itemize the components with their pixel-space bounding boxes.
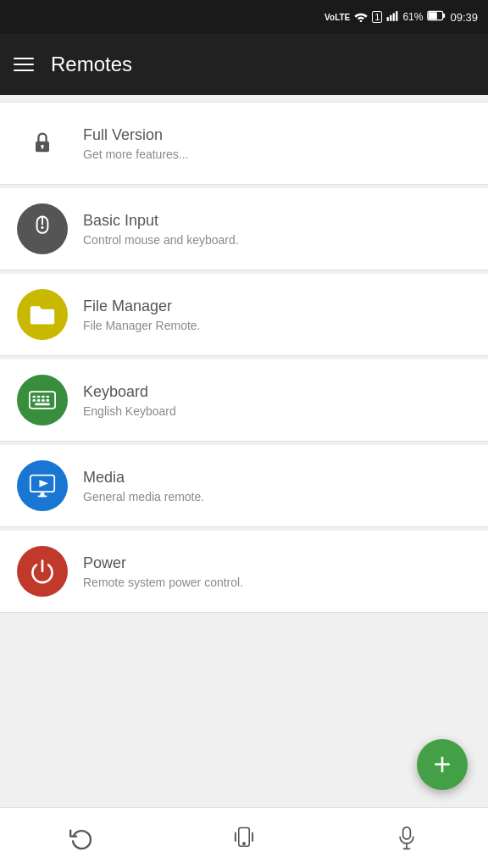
time-display: 09:39 — [450, 11, 478, 24]
media-title: Media — [83, 469, 204, 487]
full-version-text: Full Version Get more features... — [83, 126, 189, 161]
battery-icon — [427, 10, 446, 24]
power-icon-wrap — [17, 546, 68, 597]
svg-rect-3 — [396, 11, 398, 21]
svg-rect-15 — [37, 396, 41, 398]
full-version-subtitle: Get more features... — [83, 147, 189, 161]
refresh-button[interactable] — [56, 813, 107, 864]
svg-rect-1 — [391, 14, 392, 20]
svg-rect-9 — [42, 147, 43, 149]
keyboard-icon-wrap — [17, 375, 68, 426]
media-icon-wrap — [17, 460, 68, 511]
file-manager-subtitle: File Manager Remote. — [83, 319, 201, 332]
power-subtitle: Remote system power control. — [83, 576, 243, 589]
app-bar: Remotes — [0, 34, 488, 95]
remote-list: Full Version Get more features... Basic … — [0, 95, 488, 620]
svg-rect-20 — [42, 399, 45, 402]
remote-item-full-version[interactable]: Full Version Get more features... — [0, 102, 488, 185]
wifi-icon — [354, 10, 368, 25]
svg-rect-5 — [443, 14, 446, 18]
svg-rect-0 — [387, 17, 389, 21]
basic-input-icon-wrap — [17, 203, 68, 254]
add-remote-fab[interactable]: + — [417, 739, 468, 790]
svg-rect-16 — [42, 396, 45, 398]
network-type-icon: VoLTE — [324, 13, 350, 22]
svg-rect-19 — [37, 399, 41, 402]
keyboard-title: Keyboard — [83, 383, 176, 401]
keyboard-text: Keyboard English Keyboard — [83, 383, 176, 418]
svg-rect-22 — [35, 403, 50, 406]
menu-button[interactable] — [14, 58, 34, 71]
remote-item-power[interactable]: Power Remote system power control. — [0, 531, 488, 613]
bottom-nav — [0, 807, 488, 868]
phone-vibrate-button[interactable] — [219, 813, 269, 864]
remote-item-keyboard[interactable]: Keyboard English Keyboard — [0, 359, 488, 442]
file-manager-title: File Manager — [83, 298, 201, 315]
svg-rect-2 — [393, 13, 395, 20]
svg-rect-18 — [32, 399, 36, 402]
microphone-button[interactable] — [381, 813, 432, 864]
basic-input-text: Basic Input Control mouse and keyboard. — [83, 212, 239, 247]
remote-item-media[interactable]: Media General media remote. — [0, 445, 488, 527]
battery-text: 61% — [402, 11, 423, 23]
media-subtitle: General media remote. — [83, 490, 204, 504]
sim-icon: 1 — [372, 11, 382, 23]
power-text: Power Remote system power control. — [83, 554, 243, 589]
remote-list-container: Full Version Get more features... Basic … — [0, 95, 488, 807]
media-text: Media General media remote. — [83, 469, 204, 504]
svg-point-30 — [243, 843, 245, 844]
svg-rect-6 — [429, 12, 437, 19]
power-title: Power — [83, 554, 243, 572]
svg-point-12 — [41, 226, 43, 229]
basic-input-subtitle: Control mouse and keyboard. — [83, 233, 239, 247]
remote-item-basic-input[interactable]: Basic Input Control mouse and keyboard. — [0, 188, 488, 270]
basic-input-title: Basic Input — [83, 212, 239, 230]
file-manager-icon-wrap — [17, 289, 68, 340]
svg-marker-24 — [39, 480, 48, 487]
signal-icon — [386, 10, 398, 25]
file-manager-text: File Manager File Manager Remote. — [83, 298, 201, 332]
full-version-title: Full Version — [83, 126, 189, 144]
status-bar: VoLTE 1 61% 09:39 — [0, 0, 488, 34]
svg-rect-21 — [46, 399, 49, 402]
svg-rect-17 — [46, 396, 49, 398]
svg-rect-31 — [403, 826, 411, 838]
full-version-icon-wrap — [17, 118, 68, 169]
page-title: Remotes — [51, 53, 132, 76]
remote-item-file-manager[interactable]: File Manager File Manager Remote. — [0, 274, 488, 356]
keyboard-subtitle: English Keyboard — [83, 404, 176, 418]
fab-plus-icon: + — [433, 747, 451, 782]
svg-rect-14 — [32, 396, 36, 398]
